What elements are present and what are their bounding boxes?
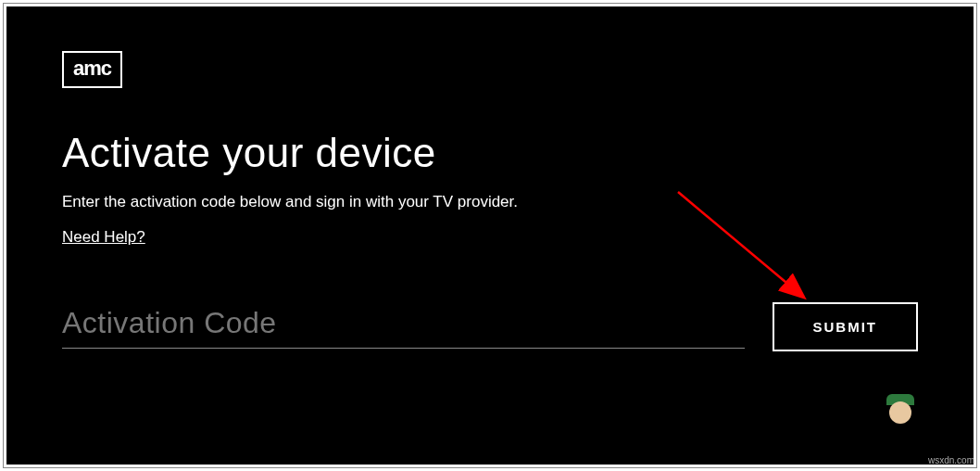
amc-logo: amc xyxy=(62,51,122,88)
mascot-avatar xyxy=(883,392,918,427)
activation-code-input[interactable] xyxy=(62,306,745,340)
activation-form: SUBMIT xyxy=(62,302,918,351)
page-subtitle: Enter the activation code below and sign… xyxy=(62,193,918,211)
submit-button[interactable]: SUBMIT xyxy=(773,302,919,351)
input-wrapper xyxy=(62,306,745,349)
activation-page: amc Activate your device Enter the activ… xyxy=(6,6,974,465)
watermark-text: wsxdn.com xyxy=(928,455,974,465)
need-help-link[interactable]: Need Help? xyxy=(62,228,145,247)
logo-text: amc xyxy=(73,58,111,79)
page-title: Activate your device xyxy=(62,130,918,176)
